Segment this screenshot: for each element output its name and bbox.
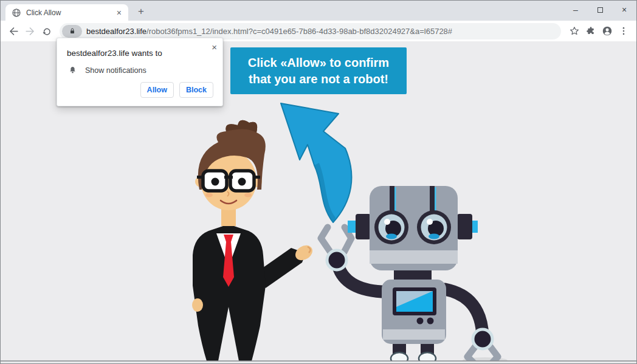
- puzzle-icon: [585, 26, 596, 36]
- robot-left-eye: [374, 210, 408, 244]
- site-info-button[interactable]: [62, 25, 82, 38]
- profile-button[interactable]: [599, 23, 615, 39]
- url-path: /robot36fpms1_12/index.html?c=c0491e65-7…: [146, 27, 452, 36]
- lock-icon: [69, 27, 76, 35]
- block-button[interactable]: Block: [179, 82, 213, 98]
- browser-tab[interactable]: Click Allow ×: [5, 4, 128, 21]
- allow-button[interactable]: Allow: [140, 82, 174, 98]
- bookmark-button[interactable]: [566, 23, 582, 39]
- star-icon: [569, 26, 580, 36]
- arrow-graphic: [281, 103, 351, 222]
- tab-close-icon[interactable]: ×: [115, 8, 123, 18]
- notification-bell-icon: [68, 66, 77, 75]
- browser-window: Click Allow × + – ×: [0, 0, 637, 364]
- url-domain: bestdealfor23.life: [86, 27, 146, 36]
- reload-icon: [41, 26, 52, 36]
- globe-favicon-icon: [12, 8, 21, 18]
- robot-graphic: [321, 186, 508, 363]
- forward-arrow-icon: [24, 26, 36, 37]
- popup-close-icon[interactable]: ×: [212, 43, 217, 52]
- click-allow-banner[interactable]: Click «Allow» to confirm that you are no…: [230, 47, 407, 94]
- window-close-button[interactable]: ×: [612, 1, 636, 19]
- extensions-button[interactable]: [582, 23, 599, 39]
- address-bar[interactable]: bestdealfor23.life/robot36fpms1_12/index…: [60, 23, 561, 39]
- banner-line1: Click «Allow» to confirm: [230, 55, 407, 71]
- maximize-button[interactable]: [588, 1, 612, 19]
- window-controls: – ×: [563, 1, 636, 19]
- robot-right-eye: [417, 210, 451, 244]
- popup-title: bestdealfor23.life wants to: [67, 49, 213, 58]
- new-tab-button[interactable]: +: [133, 4, 149, 19]
- man-graphic: [192, 120, 315, 361]
- kebab-menu-icon: [618, 26, 629, 36]
- tab-strip: Click Allow × + – ×: [1, 1, 636, 21]
- menu-button[interactable]: [615, 23, 632, 39]
- forward-button[interactable]: [22, 23, 38, 39]
- minimize-button[interactable]: –: [563, 1, 588, 19]
- avatar-icon: [601, 25, 613, 37]
- banner-line2: that you are not a robot!: [230, 71, 407, 88]
- back-button[interactable]: [5, 23, 22, 39]
- reload-button[interactable]: [38, 23, 55, 39]
- url-text[interactable]: bestdealfor23.life/robot36fpms1_12/index…: [86, 27, 452, 36]
- tab-title: Click Allow: [26, 9, 110, 17]
- back-arrow-icon: [8, 26, 19, 37]
- permission-text: Show notifications: [85, 66, 146, 75]
- maximize-icon: [597, 7, 603, 13]
- notification-permission-popup: × bestdealfor23.life wants to Show notif…: [57, 38, 223, 106]
